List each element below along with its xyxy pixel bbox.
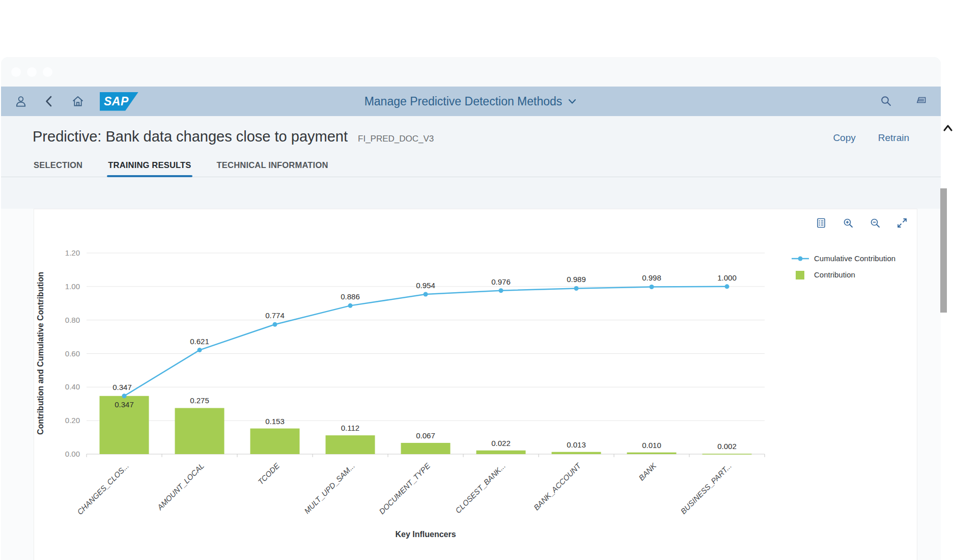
contribution-bar[interactable] [552,452,601,454]
chart-card: 0.000.200.400.600.801.001.200.3470.2750.… [34,209,917,560]
contribution-bar[interactable] [326,435,375,454]
chevron-down-icon [567,96,577,106]
x-category-label: DOCUMENT_TYPE [377,461,432,516]
page-header: Predictive: Bank data changes close to p… [1,116,941,145]
contribution-bar[interactable] [250,429,300,454]
bar-value-label: 0.112 [341,424,359,432]
fullscreen-icon[interactable] [896,217,908,229]
bar-value-label: 0.153 [265,417,285,426]
line-value-label: 0.621 [190,337,209,346]
x-category-label: MULT_UPD_SAM... [302,461,356,515]
cumulative-line-point[interactable] [348,303,353,308]
shell-bar: SAP Manage Predictive Detection Methods [1,87,941,116]
legend-square-marker [796,271,804,279]
contribution-bar[interactable] [627,453,677,454]
line-value-label: 0.989 [567,275,586,284]
bar-value-label: 0.347 [115,400,134,409]
sap-logo[interactable]: SAP [100,92,138,111]
x-category-label: AMOUNT_LOCAL [155,461,206,512]
tab-strip: SELECTION TRAINING RESULTS TECHNICAL INF… [1,156,941,177]
bar-value-label: 0.002 [717,442,737,451]
y-tick-label: 1.20 [65,248,80,257]
cumulative-line-point[interactable] [424,292,428,296]
cumulative-line-point[interactable] [198,348,202,352]
line-value-label: 0.998 [642,273,661,282]
search-icon[interactable] [880,95,893,108]
contribution-bar[interactable] [476,451,526,454]
line-value-label: 0.886 [341,292,360,301]
shell-title-text: Manage Predictive Detection Methods [365,95,563,108]
line-value-label: 0.347 [113,383,132,391]
y-tick-label: 0.40 [65,382,80,391]
window-dot-icon [43,67,52,77]
line-value-label: 0.976 [491,277,511,286]
contribution-bar[interactable] [175,408,225,454]
retrain-button[interactable]: Retrain [878,132,909,144]
cumulative-line-point[interactable] [122,394,127,398]
cumulative-line-point[interactable] [650,285,654,289]
copilot-feed-icon[interactable] [914,95,928,108]
tab-training-results[interactable]: TRAINING RESULTS [107,156,192,177]
bar-value-label: 0.275 [190,396,209,405]
window-dot-icon [11,67,21,77]
bar-value-label: 0.022 [491,439,511,447]
cumulative-line-point[interactable] [273,322,277,327]
legend-label-contribution[interactable]: Contribution [814,270,855,279]
x-category-label: CHANGES_CLOS... [75,461,130,516]
cumulative-line-point[interactable] [574,286,579,291]
table-view-icon[interactable] [816,217,827,229]
page-title: Predictive: Bank data changes close to p… [33,128,348,145]
x-category-label: TCODE [256,461,282,486]
line-value-label: 0.774 [265,311,285,320]
contribution-bar[interactable] [703,454,752,455]
x-category-label: BUSINESS_PART... [679,461,733,516]
cumulative-line-point[interactable] [499,288,503,293]
object-id: FI_PRED_DOC_V3 [358,134,434,144]
x-category-label: BANK_ACCOUNT [532,461,583,512]
y-tick-label: 1.00 [65,282,80,291]
copy-button[interactable]: Copy [833,132,855,144]
tab-selection[interactable]: SELECTION [33,156,83,177]
shell-title-menu[interactable]: Manage Predictive Detection Methods [1,87,941,116]
cumulative-line-point[interactable] [725,284,730,289]
y-tick-label: 0.80 [65,316,80,324]
x-category-label: CLOSEST_BANK... [454,461,507,515]
y-tick-label: 0.00 [65,450,80,458]
pareto-chart: 0.000.200.400.600.801.001.200.3470.2750.… [34,209,917,560]
scrollbar-thumb[interactable] [940,188,947,313]
window-titlebar [1,57,941,87]
collapse-header-arrow-icon[interactable] [943,123,952,133]
contribution-bar[interactable] [401,443,451,454]
tab-technical-information[interactable]: TECHNICAL INFORMATION [216,156,329,177]
zoom-out-icon[interactable] [870,217,881,229]
legend-line-marker-dot [798,257,803,261]
cumulative-line [124,287,727,396]
zoom-in-icon[interactable] [843,217,854,229]
screenshot-stage: SAP Manage Predictive Detection Methods [0,0,953,560]
bar-value-label: 0.067 [416,431,435,440]
x-category-label: BANK [637,461,658,482]
home-icon[interactable] [71,95,85,108]
legend-label-cumulative-contribution[interactable]: Cumulative Contribution [814,254,895,263]
page-content: 0.000.200.400.600.801.001.200.3470.2750.… [1,209,941,560]
back-icon[interactable] [43,95,56,108]
sap-logo-text: SAP [104,95,129,108]
line-value-label: 0.954 [416,281,435,290]
chart-toolbar [816,217,908,229]
window-dot-icon [27,67,37,77]
y-tick-label: 0.20 [65,416,80,425]
user-icon[interactable] [14,95,27,108]
y-tick-label: 0.60 [65,349,80,358]
x-axis-title: Key Influencers [395,530,456,539]
line-value-label: 1.000 [717,273,737,282]
bar-value-label: 0.010 [642,441,661,450]
y-axis-title: Contribution and Cumulative Contribution [36,272,45,435]
app-window: SAP Manage Predictive Detection Methods [1,57,941,560]
bar-value-label: 0.013 [567,440,586,449]
